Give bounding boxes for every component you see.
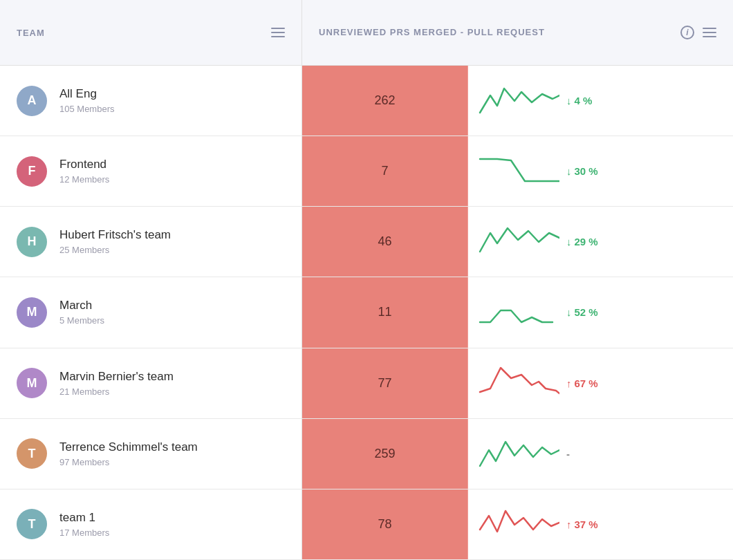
table-row[interactable]: H Hubert Fritsch's team 25 Members 46 29… (0, 207, 733, 277)
team-members: 5 Members (59, 315, 104, 326)
metric-value: 11 (302, 277, 468, 347)
info-icon[interactable]: i (680, 26, 694, 39)
team-members: 105 Members (59, 104, 114, 114)
metric-value: 78 (302, 489, 468, 559)
team-cell: H Hubert Fritsch's team 25 Members (0, 207, 302, 277)
team-name: Marvin Bernier's team (59, 370, 174, 384)
main-container: TEAM UNREVIEWED PRS MERGED - PULL REQUES… (0, 0, 733, 560)
trend-chart (476, 82, 559, 120)
team-cell: F Frontend 12 Members (0, 136, 302, 206)
trend-change: - (566, 448, 570, 460)
team-info: Terrence Schimmel's team 97 Members (59, 440, 198, 467)
trend-pct: 52 % (575, 306, 598, 318)
trend-cell: 29 % (468, 207, 733, 277)
team-name: March (59, 299, 104, 312)
trend-chart (476, 293, 559, 331)
trend-chart (476, 364, 559, 402)
team-members: 21 Members (59, 386, 174, 397)
trend-cell: - (468, 419, 733, 489)
avatar: M (17, 297, 47, 328)
avatar: H (17, 227, 47, 257)
trend-pct: - (566, 448, 570, 460)
team-cell: M Marvin Bernier's team 21 Members (0, 348, 302, 418)
header-actions: i (680, 26, 716, 39)
trend-change: 52 % (566, 306, 598, 318)
trend-pct: 37 % (575, 519, 598, 530)
team-column-header: TEAM (17, 28, 45, 38)
trend-change: 67 % (566, 377, 598, 389)
metric-column-header: UNREVIEWED PRS MERGED - PULL REQUEST (319, 26, 545, 39)
team-info: Frontend 12 Members (59, 158, 109, 185)
header-left: TEAM (0, 0, 302, 65)
table-body: A All Eng 105 Members 262 4 % F Frontend… (0, 66, 733, 560)
trend-down-icon (566, 306, 572, 318)
trend-cell: 52 % (468, 277, 733, 347)
trend-change: 29 % (566, 236, 598, 248)
table-row[interactable]: M March 5 Members 11 52 % (0, 277, 733, 348)
table-row[interactable]: T Terrence Schimmel's team 97 Members 25… (0, 419, 733, 489)
team-members: 17 Members (59, 528, 109, 538)
metric-menu-icon[interactable] (703, 28, 716, 37)
team-info: Hubert Fritsch's team 25 Members (59, 228, 171, 255)
trend-change: 30 % (566, 165, 598, 177)
avatar: A (17, 86, 47, 116)
avatar: F (17, 156, 47, 187)
avatar: T (17, 509, 47, 539)
team-name: Frontend (59, 158, 109, 171)
team-name: Hubert Fritsch's team (59, 228, 171, 242)
trend-down-icon (566, 236, 572, 248)
avatar: M (17, 368, 47, 398)
trend-chart (476, 505, 559, 543)
trend-down-icon (566, 95, 572, 106)
team-info: March 5 Members (59, 299, 104, 326)
metric-value: 259 (302, 419, 468, 489)
trend-down-icon (566, 165, 572, 177)
table-row[interactable]: T team 1 17 Members 78 37 % (0, 489, 733, 560)
trend-cell: 30 % (468, 136, 733, 206)
table-row[interactable]: A All Eng 105 Members 262 4 % (0, 66, 733, 136)
trend-chart (476, 152, 559, 190)
team-cell: A All Eng 105 Members (0, 66, 302, 136)
trend-pct: 30 % (575, 165, 598, 177)
metric-value: 7 (302, 136, 468, 206)
metric-value: 46 (302, 207, 468, 277)
trend-pct: 4 % (575, 95, 593, 106)
trend-change: 4 % (566, 95, 592, 106)
header-right: UNREVIEWED PRS MERGED - PULL REQUEST i (302, 0, 733, 65)
team-menu-icon[interactable] (271, 28, 285, 37)
trend-cell: 37 % (468, 489, 733, 559)
trend-up-icon (566, 377, 572, 389)
team-info: Marvin Bernier's team 21 Members (59, 370, 174, 397)
header: TEAM UNREVIEWED PRS MERGED - PULL REQUES… (0, 0, 733, 66)
team-cell: T Terrence Schimmel's team 97 Members (0, 419, 302, 489)
metric-value: 77 (302, 348, 468, 418)
trend-pct: 67 % (575, 377, 598, 389)
team-members: 25 Members (59, 245, 171, 255)
team-name: Terrence Schimmel's team (59, 440, 198, 454)
table-row[interactable]: F Frontend 12 Members 7 30 % (0, 136, 733, 207)
team-info: team 1 17 Members (59, 511, 109, 538)
avatar: T (17, 438, 47, 469)
metric-value: 262 (302, 66, 468, 136)
trend-cell: 4 % (468, 66, 733, 136)
trend-chart (476, 223, 559, 261)
table-row[interactable]: M Marvin Bernier's team 21 Members 77 67… (0, 348, 733, 419)
team-name: team 1 (59, 511, 109, 525)
team-info: All Eng 105 Members (59, 87, 114, 114)
trend-pct: 29 % (575, 236, 598, 248)
team-cell: M March 5 Members (0, 277, 302, 347)
team-cell: T team 1 17 Members (0, 489, 302, 559)
team-members: 12 Members (59, 174, 109, 185)
trend-chart (476, 435, 559, 473)
trend-cell: 67 % (468, 348, 733, 418)
team-name: All Eng (59, 87, 114, 101)
trend-up-icon (566, 519, 572, 530)
team-members: 97 Members (59, 457, 198, 467)
trend-change: 37 % (566, 519, 598, 530)
